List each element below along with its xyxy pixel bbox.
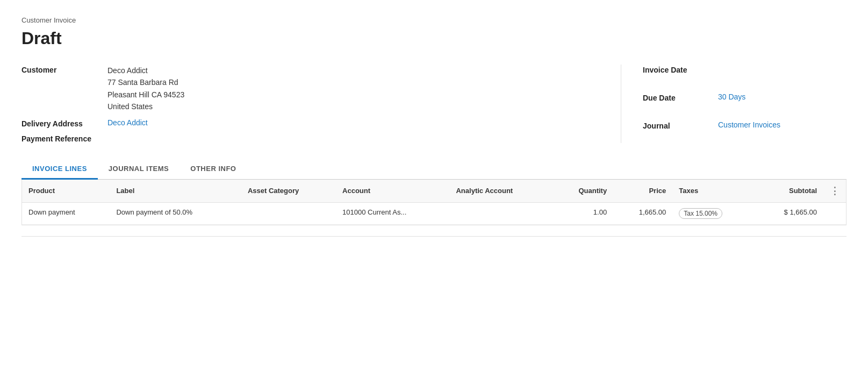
col-header-price: Price [613,180,672,203]
cell-options[interactable] [823,202,846,224]
bottom-separator [21,236,847,237]
due-date-value[interactable]: 30 Days [718,93,847,101]
col-header-subtotal: Subtotal [756,180,823,203]
due-date-label: Due Date [643,93,718,102]
invoice-date-label: Invoice Date [643,65,718,74]
cell-analytic-account [449,202,552,224]
tab-journal-items[interactable]: JOURNAL ITEMS [98,159,180,180]
cell-quantity: 1.00 [553,202,613,224]
journal-value[interactable]: Customer Invoices [718,120,847,129]
cell-account: 101000 Current As... [336,202,449,224]
tab-invoice-lines[interactable]: INVOICE LINES [21,159,98,180]
col-header-taxes: Taxes [672,180,756,203]
journal-label: Journal [643,120,718,130]
breadcrumb: Customer Invoice [21,16,847,24]
table-header-row: Product Label Asset Category Account Ana… [22,180,846,203]
customer-value[interactable]: Deco Addict 77 Santa Barbara Rd Pleasant… [107,65,621,113]
page-title: Draft [21,29,847,48]
customer-address-line2: Pleasant Hill CA 94523 [107,89,621,101]
payment-reference-label: Payment Reference [21,133,107,143]
customer-address-line1: 77 Santa Barbara Rd [107,76,621,88]
delivery-address-value[interactable]: Deco Addict [107,118,621,127]
col-header-quantity: Quantity [553,180,613,203]
col-header-account: Account [336,180,449,203]
col-header-product: Product [22,180,110,203]
cell-label: Down payment of 50.0% [110,202,241,224]
tab-other-info[interactable]: OTHER INFO [180,159,247,180]
tabs: INVOICE LINES JOURNAL ITEMS OTHER INFO [21,159,847,180]
col-header-label: Label [110,180,241,203]
col-header-asset-category: Asset Category [241,180,336,203]
cell-taxes: Tax 15.00% [672,202,756,224]
delivery-address-label: Delivery Address [21,118,107,128]
invoice-lines-table: Product Label Asset Category Account Ana… [21,180,847,225]
cell-asset-category [241,202,336,224]
cell-subtotal: $ 1,665.00 [756,202,823,224]
tax-badge: Tax 15.00% [679,208,722,219]
col-header-options[interactable]: ⋮ [823,180,846,203]
col-header-analytic-account: Analytic Account [449,180,552,203]
cell-product: Down payment [22,202,110,224]
table-row[interactable]: Down payment Down payment of 50.0% 10100… [22,202,846,224]
cell-price: 1,665.00 [613,202,672,224]
customer-address-line3: United States [107,101,621,112]
customer-name-link[interactable]: Deco Addict [107,65,621,76]
customer-label: Customer [21,65,107,74]
